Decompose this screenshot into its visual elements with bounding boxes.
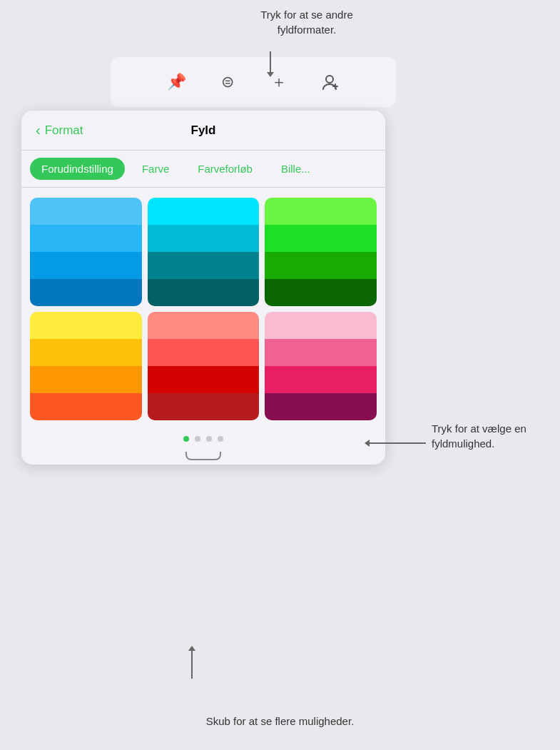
page-dot[interactable] [206, 436, 212, 442]
color-swatch-group-yellows[interactable] [30, 312, 142, 420]
color-swatch[interactable] [148, 252, 260, 279]
color-swatch[interactable] [148, 198, 260, 225]
arrow-right-indicator [369, 442, 426, 444]
color-swatch-group-cyans[interactable] [148, 198, 260, 306]
color-swatch[interactable] [265, 252, 377, 279]
color-swatch[interactable] [30, 393, 142, 420]
color-swatch[interactable] [265, 225, 377, 252]
color-swatch[interactable] [148, 225, 260, 252]
tab-farve-label: Farve [142, 163, 169, 175]
color-swatch[interactable] [148, 312, 260, 339]
callout-bottom: Skub for at se flere muligheder. [202, 714, 359, 729]
back-label: Format [45, 123, 83, 138]
arrow-right-line [369, 442, 426, 444]
tab-farve[interactable]: Farve [131, 158, 180, 180]
color-swatch[interactable] [30, 252, 142, 279]
color-swatch[interactable] [30, 225, 142, 252]
color-grid-area [21, 188, 385, 427]
callout-right-text: Tryk for at vælge en fyldmulighed. [432, 422, 526, 450]
color-swatch[interactable] [148, 366, 260, 393]
pin-icon[interactable]: 📌 [165, 71, 188, 93]
swipe-bracket [21, 452, 385, 465]
color-swatch[interactable] [148, 393, 260, 420]
callout-right: Tryk for at vælge en fyldmulighed. [432, 421, 546, 451]
fill-panel: ‹ Format Fyld Forudindstilling Farve Far… [21, 111, 385, 465]
color-swatch[interactable] [30, 312, 142, 339]
page-dot[interactable] [183, 436, 189, 442]
arrow-top-indicator [270, 51, 271, 73]
tabs-row: Forudindstilling Farve Farveforløb Bille… [21, 151, 385, 188]
color-swatch[interactable] [265, 393, 377, 420]
svg-point-0 [326, 76, 333, 83]
panel-title: Fyld [191, 123, 216, 138]
callout-top: Tryk for at se andre fyldformater. [235, 7, 378, 37]
back-button[interactable]: ‹ Format [36, 122, 83, 138]
color-grid [30, 198, 377, 420]
color-swatch[interactable] [30, 279, 142, 306]
color-swatch-group-greens[interactable] [265, 198, 377, 306]
panel-header: ‹ Format Fyld [21, 111, 385, 151]
color-swatch[interactable] [265, 339, 377, 366]
color-swatch[interactable] [30, 198, 142, 225]
list-icon[interactable]: ⊜ [216, 71, 239, 93]
callout-bottom-text: Skub for at se flere muligheder. [206, 715, 355, 727]
back-chevron-icon: ‹ [36, 122, 41, 138]
tab-farveforlob[interactable]: Farveforløb [186, 158, 264, 180]
person-add-icon[interactable] [319, 71, 342, 93]
page-dot[interactable] [195, 436, 200, 442]
color-swatch[interactable] [265, 198, 377, 225]
arrow-bottom-indicator [191, 650, 193, 679]
color-swatch[interactable] [148, 339, 260, 366]
tab-bille[interactable]: Bille... [270, 158, 322, 180]
color-swatch-group-pinks[interactable] [265, 312, 377, 420]
callout-top-text: Tryk for at se andre fyldformater. [260, 9, 353, 36]
color-swatch[interactable] [30, 339, 142, 366]
page-dot[interactable] [218, 436, 223, 442]
color-swatch[interactable] [265, 279, 377, 306]
color-swatch[interactable] [265, 366, 377, 393]
color-swatch[interactable] [30, 366, 142, 393]
tab-farveforlob-label: Farveforløb [198, 163, 253, 175]
tab-forudindstilling-label: Forudindstilling [41, 163, 113, 175]
tab-forudindstilling[interactable]: Forudindstilling [30, 158, 125, 180]
color-swatch[interactable] [148, 279, 260, 306]
color-swatch-group-reds[interactable] [148, 312, 260, 420]
tab-bille-label: Bille... [281, 163, 310, 175]
toolbar: 📌 ⊜ ＋ [111, 57, 396, 107]
color-swatch-group-blues[interactable] [30, 198, 142, 306]
page-dots [21, 427, 385, 452]
bracket-indicator [185, 452, 221, 460]
color-swatch[interactable] [265, 312, 377, 339]
